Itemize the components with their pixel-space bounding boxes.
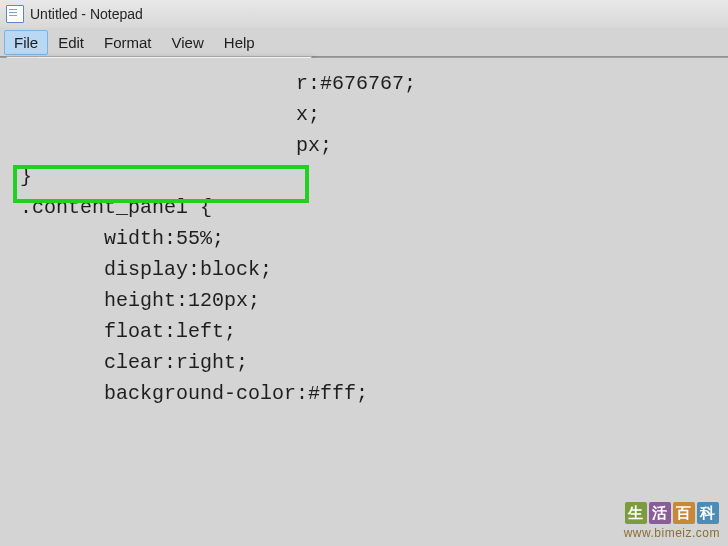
menu-file[interactable]: File bbox=[4, 30, 48, 55]
watermark-logo: 生 活 百 科 bbox=[624, 502, 720, 524]
editor-text[interactable]: r:#676767; x; px; } .content_panel { wid… bbox=[0, 58, 728, 409]
notepad-icon bbox=[6, 5, 24, 23]
watermark-char: 活 bbox=[649, 502, 671, 524]
watermark-char: 科 bbox=[697, 502, 719, 524]
watermark: 生 活 百 科 www.bimeiz.com bbox=[624, 502, 720, 540]
editor-area[interactable]: r:#676767; x; px; } .content_panel { wid… bbox=[0, 58, 728, 409]
menu-view[interactable]: View bbox=[162, 30, 214, 55]
menu-help[interactable]: Help bbox=[214, 30, 265, 55]
title-bar: Untitled - Notepad bbox=[0, 0, 728, 28]
menu-format[interactable]: Format bbox=[94, 30, 162, 55]
window-title: Untitled - Notepad bbox=[30, 6, 143, 22]
watermark-char: 生 bbox=[625, 502, 647, 524]
watermark-url: www.bimeiz.com bbox=[624, 526, 720, 540]
watermark-char: 百 bbox=[673, 502, 695, 524]
menu-bar: File Edit Format View Help bbox=[0, 28, 728, 56]
menu-edit[interactable]: Edit bbox=[48, 30, 94, 55]
